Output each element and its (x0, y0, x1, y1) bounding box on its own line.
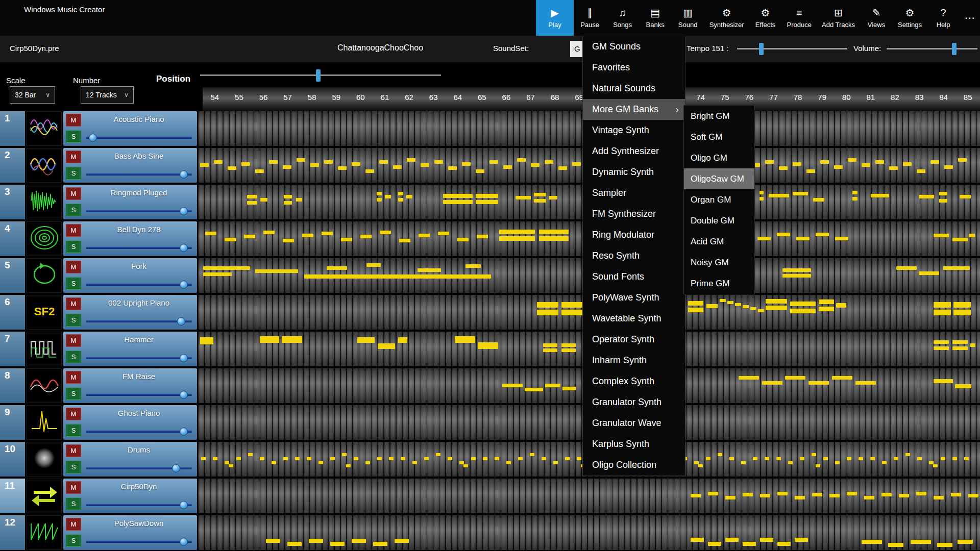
track-icon-cell[interactable] (27, 332, 62, 366)
mute-button[interactable]: M (66, 481, 81, 494)
menu-item[interactable]: Sound Fonts (583, 266, 685, 287)
midi-note[interactable] (741, 461, 746, 464)
midi-note[interactable] (698, 464, 703, 467)
midi-note[interactable] (793, 192, 808, 195)
midi-note[interactable] (534, 199, 546, 203)
mute-button[interactable]: M (66, 224, 81, 237)
position-slider-thumb[interactable] (316, 69, 321, 82)
track-number[interactable]: 11 (0, 479, 25, 513)
midi-note[interactable] (765, 160, 774, 164)
track-number[interactable]: 7 (0, 332, 25, 366)
midi-note[interactable] (864, 496, 874, 499)
midi-note[interactable] (739, 376, 759, 380)
midi-note[interactable] (750, 307, 756, 310)
track-icon-cell[interactable] (27, 405, 62, 440)
track-icon-cell[interactable] (27, 258, 62, 293)
midi-note[interactable] (436, 453, 440, 456)
midi-note[interactable] (380, 231, 391, 234)
midi-note[interactable] (455, 336, 475, 343)
track-volume-slider[interactable] (86, 280, 192, 290)
track-header[interactable]: MSFM Raise (63, 368, 197, 403)
midi-note[interactable] (310, 163, 319, 167)
midi-note[interactable] (463, 464, 468, 467)
midi-note[interactable] (859, 457, 863, 460)
midi-note[interactable] (916, 492, 926, 495)
midi-note[interactable] (225, 238, 236, 241)
midi-note[interactable] (776, 457, 781, 460)
midi-note[interactable] (549, 196, 557, 199)
track-icon-cell[interactable] (27, 442, 62, 477)
midi-note[interactable] (406, 195, 412, 198)
midi-note[interactable] (517, 158, 526, 162)
midi-note[interactable] (499, 230, 535, 234)
midi-note[interactable] (357, 337, 375, 343)
midi-note[interactable] (934, 496, 944, 499)
midi-note[interactable] (269, 160, 278, 164)
midi-note[interactable] (438, 232, 449, 235)
track-count-dropdown[interactable]: 12 Tracks (81, 86, 134, 104)
midi-note[interactable] (354, 457, 358, 460)
submenu-item[interactable]: Noisy GM (684, 252, 754, 273)
midi-note[interactable] (489, 160, 498, 164)
midi-note[interactable] (725, 538, 739, 542)
midi-note[interactable] (478, 342, 498, 349)
midi-note[interactable] (955, 384, 971, 388)
slider-thumb[interactable] (177, 317, 185, 325)
midi-note[interactable] (852, 197, 857, 201)
midi-note[interactable] (939, 192, 947, 195)
midi-note[interactable] (418, 268, 441, 272)
midi-note[interactable] (399, 239, 410, 242)
midi-note[interactable] (796, 237, 810, 240)
midi-note[interactable] (200, 163, 209, 167)
midi-note[interactable] (266, 539, 280, 543)
track-volume-slider[interactable] (86, 427, 192, 437)
midi-note[interactable] (753, 457, 757, 460)
midi-note[interactable] (346, 464, 351, 467)
midi-note[interactable] (903, 162, 912, 166)
track-volume-slider[interactable] (86, 537, 192, 547)
midi-note[interactable] (304, 274, 491, 279)
midi-note[interactable] (882, 461, 887, 464)
menu-item[interactable]: PolyWave Synth (583, 287, 685, 308)
midi-note[interactable] (503, 165, 512, 169)
midi-note[interactable] (760, 538, 773, 542)
midi-note[interactable] (395, 539, 409, 543)
midi-note[interactable] (459, 461, 464, 464)
track-volume-slider[interactable] (86, 463, 192, 473)
midi-note[interactable] (694, 461, 699, 464)
midi-note[interactable] (951, 493, 961, 496)
track-volume-slider[interactable] (86, 316, 192, 327)
midi-note[interactable] (462, 162, 471, 166)
midi-note[interactable] (706, 304, 718, 308)
midi-note[interactable] (970, 343, 975, 347)
track-number[interactable]: 2 (0, 148, 25, 183)
midi-note[interactable] (819, 299, 834, 304)
menu-item[interactable]: Granulator Synth (583, 392, 685, 413)
midi-note[interactable] (244, 235, 255, 238)
menu-item[interactable]: Reso Synth (583, 245, 685, 266)
track-number[interactable]: 8 (0, 368, 25, 403)
pause-button[interactable]: ∥Pause (574, 0, 606, 36)
midi-note[interactable] (934, 310, 951, 315)
midi-note[interactable] (561, 348, 576, 352)
midi-note[interactable] (964, 457, 969, 460)
midi-note[interactable] (476, 194, 498, 198)
midi-note[interactable] (943, 266, 970, 270)
midi-note[interactable] (762, 381, 782, 385)
slider-thumb[interactable] (180, 428, 188, 436)
midi-note[interactable] (225, 461, 229, 464)
track-icon-cell[interactable] (27, 185, 62, 219)
track-icon-cell[interactable] (27, 221, 62, 256)
midi-note[interactable] (952, 340, 968, 344)
midi-note[interactable] (819, 307, 834, 311)
midi-note[interactable] (919, 195, 934, 198)
midi-note[interactable] (255, 269, 298, 273)
midi-note[interactable] (297, 158, 305, 162)
midi-note[interactable] (247, 195, 257, 198)
midi-note[interactable] (365, 461, 370, 464)
submenu-item[interactable]: Organ GM (684, 189, 754, 210)
slider-thumb[interactable] (180, 538, 188, 546)
menu-item[interactable]: Karplus Synth (583, 434, 685, 455)
track-icon-cell[interactable]: SF2 (27, 295, 62, 330)
solo-button[interactable]: S (66, 130, 81, 143)
